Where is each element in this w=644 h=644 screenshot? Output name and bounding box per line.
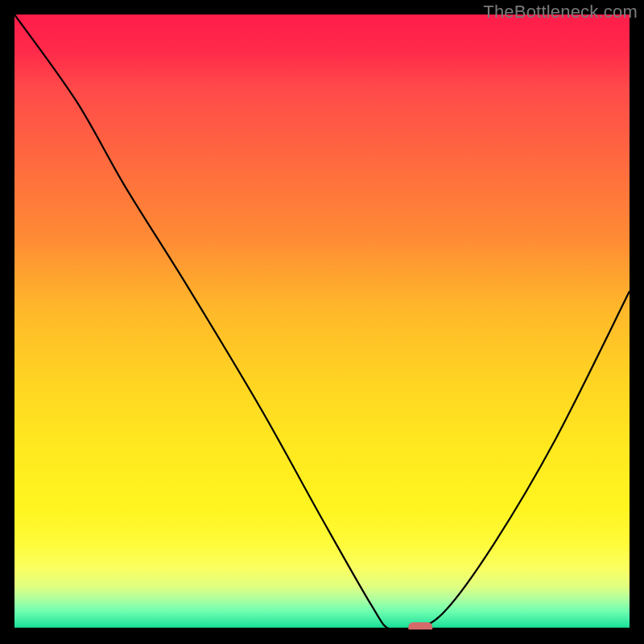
- chart-container: TheBottleneck.com: [0, 0, 644, 644]
- attribution-text: TheBottleneck.com: [483, 2, 638, 23]
- plot-area: [14, 14, 630, 630]
- bottleneck-curve: [14, 14, 630, 630]
- optimal-marker: [408, 622, 432, 630]
- curve-svg: [14, 14, 630, 630]
